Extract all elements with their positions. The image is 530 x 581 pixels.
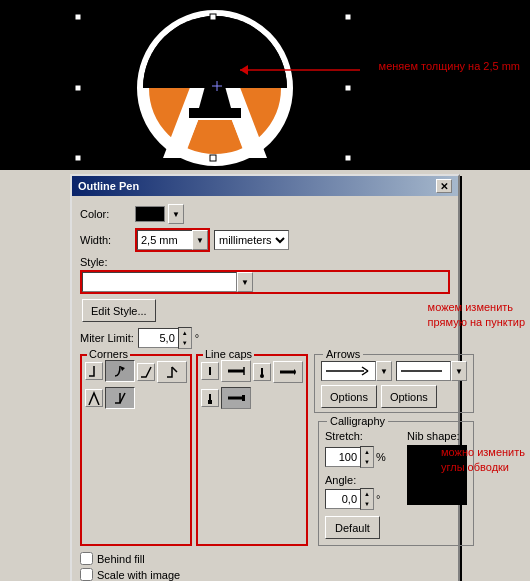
- arrows-options-row: Options Options: [321, 385, 467, 408]
- corner-miter-radio[interactable]: [85, 389, 103, 407]
- width-unit-combo: millimeters: [214, 230, 289, 250]
- linecaps-title: Line caps: [203, 348, 254, 360]
- svg-marker-20: [240, 65, 248, 75]
- angle-input[interactable]: [325, 489, 360, 509]
- angle-input-row: ▲ ▼ °: [325, 488, 399, 510]
- width-input[interactable]: [137, 230, 192, 250]
- corners-grid: [85, 359, 187, 409]
- svg-rect-11: [345, 14, 351, 20]
- linecap-round-radio[interactable]: [253, 363, 271, 381]
- top-annotation: меняем толщину на 2,5 mm: [379, 60, 520, 72]
- svg-rect-30: [208, 400, 212, 404]
- width-unit-select[interactable]: millimeters: [214, 230, 289, 250]
- svg-point-27: [260, 374, 264, 378]
- annotation-arrow-svg: [240, 50, 390, 90]
- bottom-annot-line1: можно изменить: [441, 446, 525, 458]
- calligraphy-title: Calligraphy: [327, 415, 388, 427]
- miter-limit-spinner: ▲ ▼: [138, 327, 192, 349]
- corner-flat-radio[interactable]: [85, 362, 103, 380]
- middle-annotation: можем изменить прямую на пунктир: [428, 300, 525, 331]
- dialog-title: Outline Pen: [78, 180, 139, 192]
- style-input-wrapper: ▼: [80, 270, 450, 294]
- miter-limit-label: Miter Limit:: [80, 332, 134, 344]
- svg-rect-12: [75, 85, 81, 91]
- linecap-butt-radio[interactable]: [201, 362, 219, 380]
- stretch-label: Stretch:: [325, 430, 367, 442]
- angle-down[interactable]: ▼: [361, 499, 373, 509]
- arrow-right-btn[interactable]: ▼: [451, 361, 467, 381]
- middle-annot-line2: прямую на пунктир: [428, 316, 525, 328]
- width-input-wrapper: ▼: [135, 228, 210, 252]
- arrow-left-btn[interactable]: ▼: [376, 361, 392, 381]
- edit-style-button[interactable]: Edit Style...: [82, 299, 156, 322]
- linecap-square-radio[interactable]: [201, 389, 219, 407]
- linecaps-grid: [201, 359, 303, 409]
- width-label: Width:: [80, 234, 135, 246]
- behind-fill-row: Behind fill: [80, 552, 450, 565]
- angle-up[interactable]: ▲: [361, 489, 373, 499]
- close-button[interactable]: ✕: [436, 179, 452, 193]
- edit-style-row: Edit Style...: [80, 299, 450, 322]
- bottom-section: Corners: [80, 354, 450, 546]
- middle-annot-line1: можем изменить: [428, 301, 514, 313]
- linecap-round-btn[interactable]: [273, 361, 303, 383]
- svg-rect-8: [189, 108, 241, 118]
- miter-limit-down[interactable]: ▼: [179, 338, 191, 348]
- miter-limit-input[interactable]: [138, 328, 178, 348]
- corner-round-btn[interactable]: [105, 360, 135, 382]
- arrows-section: Arrows ▼: [314, 354, 474, 413]
- style-input[interactable]: [82, 272, 237, 292]
- svg-rect-14: [75, 155, 81, 161]
- corners-section: Corners: [80, 354, 192, 546]
- svg-rect-9: [75, 14, 81, 20]
- style-row: Style: ▼: [80, 256, 450, 294]
- style-dropdown-btn[interactable]: ▼: [237, 272, 253, 292]
- stretch-up[interactable]: ▲: [361, 447, 373, 457]
- miter-limit-up[interactable]: ▲: [179, 328, 191, 338]
- angle-row: Angle:: [325, 474, 399, 486]
- color-dropdown-btn[interactable]: ▼: [168, 204, 184, 224]
- behind-fill-label: Behind fill: [97, 553, 145, 565]
- svg-rect-16: [345, 155, 351, 161]
- behind-fill-checkbox[interactable]: [80, 552, 93, 565]
- angle-label: Angle:: [325, 474, 367, 486]
- default-button[interactable]: Default: [325, 516, 380, 539]
- miter-limit-row: Miter Limit: ▲ ▼ °: [80, 327, 450, 349]
- svg-rect-15: [210, 155, 216, 161]
- calligraphy-section: Calligraphy Stretch:: [318, 421, 474, 546]
- arrows-title: Arrows: [323, 348, 363, 360]
- stretch-percent: %: [376, 451, 386, 463]
- style-label: Style:: [80, 256, 450, 268]
- angle-spinner: ▲ ▼: [325, 488, 374, 510]
- scale-with-image-label: Scale with image: [97, 569, 180, 581]
- linecap-square-btn[interactable]: [221, 387, 251, 409]
- corner-bevel-radio[interactable]: [137, 363, 155, 381]
- angle-degree: °: [376, 493, 380, 505]
- page-wrapper: меняем толщину на 2,5 mm можем изменить …: [0, 0, 530, 581]
- stretch-input[interactable]: [325, 447, 360, 467]
- stretch-spinner: ▲ ▼: [325, 446, 374, 468]
- color-swatch[interactable]: [135, 206, 165, 222]
- arrows-options-btn1[interactable]: Options: [321, 385, 377, 408]
- corner-miter-btn[interactable]: [105, 387, 135, 409]
- dialog-titlebar: Outline Pen ✕: [72, 176, 458, 196]
- nib-shape-label: Nib shape:: [407, 430, 467, 442]
- svg-rect-32: [242, 395, 245, 401]
- bottom-annotation: можно изменить углы обводки: [441, 445, 525, 476]
- bottom-annot-line2: углы обводки: [441, 461, 509, 473]
- stretch-down[interactable]: ▼: [361, 457, 373, 467]
- corners-linecaps-area: Corners: [80, 354, 308, 546]
- checkboxes-area: Behind fill Scale with image: [80, 552, 450, 581]
- width-row: Width: ▼ millimeters: [80, 228, 450, 252]
- corner-bevel-btn[interactable]: [157, 361, 187, 383]
- arrow-right-combo: ▼: [396, 361, 467, 381]
- arrows-options-btn2[interactable]: Options: [381, 385, 437, 408]
- arrow-left-display: [321, 361, 376, 381]
- linecap-butt-btn[interactable]: [221, 360, 251, 382]
- scale-with-image-row: Scale with image: [80, 568, 450, 581]
- width-spinner-btn[interactable]: ▼: [192, 230, 208, 250]
- color-label: Color:: [80, 208, 135, 220]
- arrow-right-display: [396, 361, 451, 381]
- dialog-content: Color: ▼ Width: ▼ millimeters: [72, 196, 458, 581]
- scale-with-image-checkbox[interactable]: [80, 568, 93, 581]
